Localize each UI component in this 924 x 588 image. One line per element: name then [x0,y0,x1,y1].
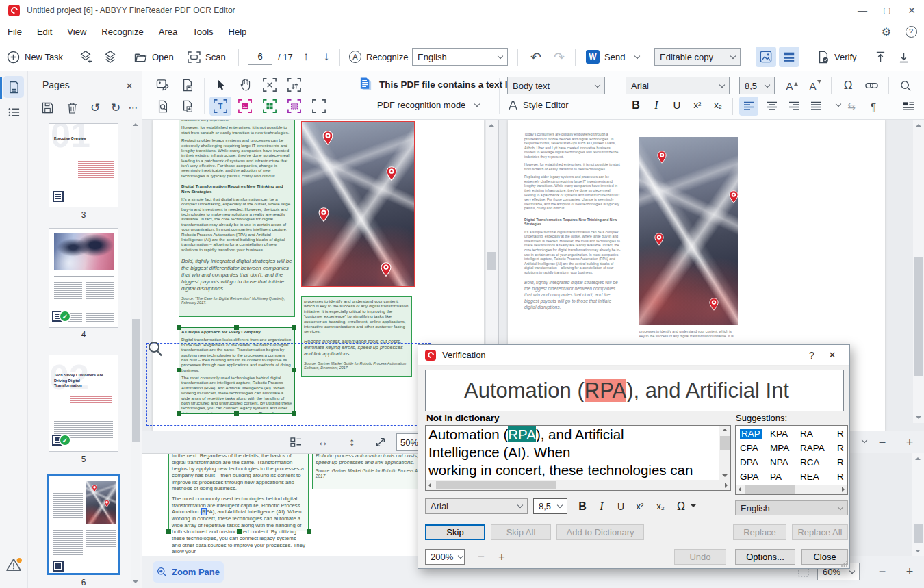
font-size-select[interactable]: 8,5 [739,77,775,94]
resize-handle[interactable] [177,411,181,416]
suggestion-item[interactable]: CPA [740,443,758,453]
suggestion-item[interactable]: R [837,472,844,482]
scroll-up-arrow[interactable] [489,124,494,127]
suggestion-item[interactable]: GPA [740,472,759,482]
dialog-close-icon[interactable]: ✕ [822,346,843,365]
open-button[interactable]: Open [134,48,174,66]
pages-scrollbar[interactable] [131,120,140,586]
zoom-in-icon[interactable]: + [901,563,919,580]
suggestion-item[interactable]: NPA [770,457,788,468]
suggestion-item[interactable]: MPA [770,443,789,453]
bold-button[interactable]: B [628,97,644,113]
scroll-thumb[interactable] [914,257,923,376]
previous-page-arrow-icon[interactable]: ↑ [297,48,315,66]
zoom-in-icon[interactable]: + [901,433,919,451]
dialog-font-select[interactable]: Arial [425,498,528,514]
selected-text-area-region[interactable]: A Unique Approach for Every Company Digi… [179,327,295,414]
alignment-dropdown-chevron[interactable] [836,101,841,107]
scroll-left-arrow[interactable] [428,483,431,488]
delete-area-tool[interactable] [259,76,281,94]
dialog-underline-button[interactable]: U [613,498,629,514]
menu-area[interactable]: Area [151,27,185,37]
search-icon[interactable] [895,77,916,94]
undo-button[interactable]: Undo [674,549,726,565]
more-options-icon[interactable]: ⋯ [125,99,142,116]
underline-button[interactable]: U [669,97,685,113]
dialog-italic-button[interactable]: I [593,498,610,514]
rotate-right-icon[interactable]: ↻ [106,99,125,116]
suggestion-item[interactable]: RAPA [800,443,825,453]
edit-image-icon[interactable] [153,76,173,94]
rotate-left-icon[interactable]: ↺ [86,99,105,116]
scroll-down-arrow[interactable] [916,416,921,419]
skip-button[interactable]: Skip [425,524,485,540]
suggestion-item[interactable]: R [837,457,844,468]
warning-icon[interactable] [3,554,24,575]
font-family-select[interactable]: Arial [626,77,730,94]
dialog-font-size-select[interactable]: 8,5 [533,498,567,514]
go-first-error-icon[interactable] [871,48,890,66]
dialog-language-select[interactable]: English [735,500,848,515]
add-to-dictionary-button[interactable]: Add to Dictionary [556,524,644,540]
resize-handle[interactable] [292,368,296,372]
background-picture-area-tool[interactable] [283,97,305,116]
resize-handle[interactable] [234,411,239,416]
symbol-dropdown-arrow[interactable] [691,504,696,510]
dialog-zoom-in-icon[interactable]: + [493,549,510,565]
fit-height-icon[interactable]: ↕ [342,433,361,451]
textbox-hscrollbar[interactable] [426,480,730,490]
dialog-zoom-out-icon[interactable]: − [473,549,489,565]
subscript-button[interactable]: x₂ [710,97,726,113]
scan-button[interactable]: Scan [188,48,226,66]
send-to-word-button[interactable]: W Send [586,48,639,66]
copy-page-icon[interactable] [177,97,198,115]
increase-font-icon[interactable]: A [782,77,802,94]
insert-symbol-icon[interactable]: Ω [838,77,858,94]
text-view-toggle[interactable] [779,47,799,67]
reorder-area-tool[interactable] [283,76,305,94]
italic-button[interactable]: I [648,97,665,113]
style-editor-button[interactable]: Style Editor [509,100,568,110]
superscript-button[interactable]: x² [689,97,706,113]
suggestion-item[interactable]: R [837,429,844,439]
redo-icon[interactable]: ↷ [549,48,569,66]
dialog-subscript-button[interactable]: x₂ [652,498,669,514]
recognition-area-tool[interactable] [308,97,330,116]
scroll-up-arrow[interactable] [916,124,921,127]
scroll-down-arrow[interactable] [133,580,138,583]
scroll-thumb[interactable] [436,481,556,489]
page-thumbnail-4[interactable]: ✓ [49,228,118,328]
dialog-superscript-button[interactable]: x² [632,498,648,514]
ocr-language-select[interactable]: English [412,48,508,66]
scroll-down-arrow[interactable] [722,474,728,477]
page-thumbnail-5[interactable]: 02 Tech Savvy Customers Are Driving Digi… [49,355,118,452]
save-page-icon[interactable] [177,76,198,94]
undo-icon[interactable]: ↶ [526,48,546,66]
skip-all-button[interactable]: Skip All [491,524,551,540]
scroll-up-arrow[interactable] [133,123,138,126]
paragraph-settings-icon[interactable] [898,97,919,116]
thumbnails-layout-icon[interactable] [286,433,305,451]
suggestion-item[interactable]: PA [770,472,782,482]
settings-gear-icon[interactable]: ⚙ [875,25,898,38]
close-button[interactable]: ✕ [899,1,924,20]
align-right-button[interactable] [784,97,804,116]
resize-handle[interactable] [292,325,296,330]
menu-view[interactable]: View [60,27,94,37]
hand-pan-tool[interactable] [234,76,256,94]
scroll-down-arrow[interactable] [915,550,921,552]
selection-cursor-tool[interactable] [209,76,231,94]
resize-handle[interactable] [177,325,181,330]
text-pane-scrollbar[interactable] [913,120,924,423]
pdf-recognition-mode-dropdown[interactable]: PDF recognition mode [377,100,479,110]
text-area-tool[interactable]: T [209,97,231,116]
suggestion-item[interactable]: REA [800,472,819,482]
resize-handle[interactable] [234,325,239,330]
next-page-arrow-icon[interactable]: ↓ [318,48,335,66]
suggestion-item[interactable]: KPA [770,429,788,439]
suggestion-item-selected[interactable]: RAP [740,429,762,439]
verify-button[interactable]: Verify [817,48,857,66]
add-pages-icon[interactable] [75,48,96,66]
zoom-pane-button[interactable]: Zoom Pane [153,561,224,583]
scroll-thumb[interactable] [487,252,496,270]
